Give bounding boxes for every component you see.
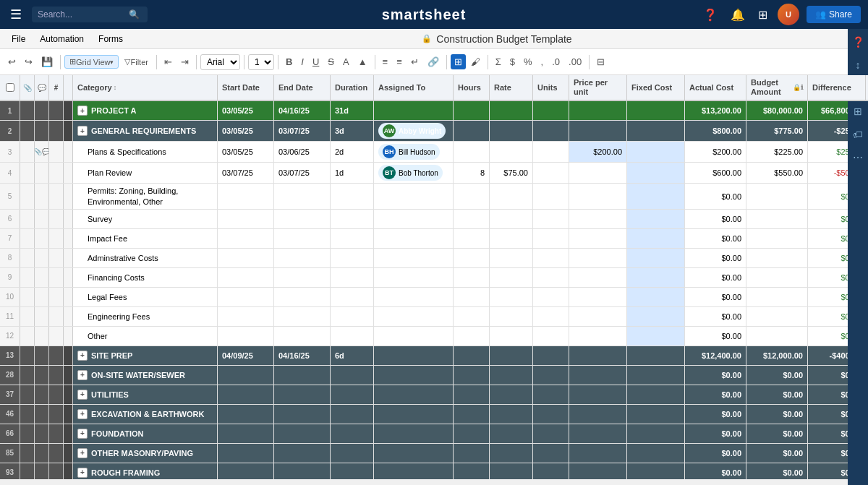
row-duration[interactable] (331, 184, 374, 209)
row-fixed[interactable] (627, 101, 685, 120)
row-actual[interactable]: $0.00 (685, 249, 746, 267)
row-end[interactable] (274, 268, 331, 287)
row-rate[interactable] (490, 210, 533, 228)
table-row[interactable]: 28 + ON-SITE WATER/SEWER $0.00 $0.00 $0.… (0, 366, 868, 385)
row-end[interactable]: 04/16/25 (274, 346, 331, 365)
row-budget[interactable]: $775.00 (746, 121, 808, 141)
row-assigned[interactable] (374, 268, 454, 287)
row-fixed[interactable] (627, 249, 685, 267)
row-duration[interactable]: 31d (331, 101, 374, 120)
sidebar-tag-icon[interactable]: 🏷 (850, 126, 866, 143)
row-units[interactable] (533, 385, 569, 404)
decimal-inc-btn[interactable]: .0 (548, 54, 563, 69)
row-actual[interactable]: $600.00 (685, 163, 746, 183)
row-actual[interactable]: $0.00 (685, 268, 746, 287)
row-budget[interactable]: $0.00 (746, 444, 808, 463)
strikethrough-btn[interactable]: S (324, 54, 338, 69)
save-icon[interactable]: 💾 (38, 54, 56, 69)
menu-forms[interactable]: Forms (93, 33, 129, 46)
row-category[interactable]: Plan Review (73, 163, 218, 183)
redo-icon[interactable]: ↪ (21, 54, 36, 69)
row-budget[interactable] (746, 307, 808, 326)
table-row[interactable]: 9 Financing Costs $0.00 $0.00 (0, 268, 868, 288)
row-category[interactable]: + GENERAL REQUIREMENTS (73, 121, 218, 141)
expand-icon[interactable]: + (77, 370, 88, 380)
row-hours[interactable] (454, 210, 490, 228)
row-start[interactable] (218, 405, 274, 424)
row-duration[interactable] (331, 463, 374, 479)
row-ppu[interactable] (569, 405, 627, 424)
row-end[interactable] (274, 405, 331, 424)
table-row[interactable]: 13 + SITE PREP 04/09/25 04/16/25 6d $12,… (0, 346, 868, 366)
row-start[interactable] (218, 463, 274, 479)
align-center-btn[interactable]: ≡ (393, 54, 406, 69)
row-duration[interactable] (331, 385, 374, 404)
row-ppu[interactable] (569, 249, 627, 267)
row-assigned[interactable] (374, 366, 454, 385)
row-hours[interactable] (454, 229, 490, 248)
comma-btn[interactable]: , (537, 54, 548, 69)
row-budget[interactable] (746, 288, 808, 306)
row-units[interactable] (533, 463, 569, 479)
row-rate[interactable] (490, 385, 533, 404)
row-duration[interactable] (331, 405, 374, 424)
row-units[interactable] (533, 327, 569, 345)
col-header-start[interactable]: Start Date (218, 75, 274, 100)
row-hours[interactable] (454, 405, 490, 424)
row-start[interactable] (218, 249, 274, 267)
text-color-btn[interactable]: A (339, 54, 353, 69)
row-rate[interactable]: $75.00 (490, 163, 533, 183)
row-rate[interactable] (490, 229, 533, 248)
row-actual[interactable]: $0.00 (685, 385, 746, 404)
col-header-fixed[interactable]: Fixed Cost (627, 75, 685, 100)
row-assigned[interactable] (374, 210, 454, 228)
row-assigned[interactable] (374, 385, 454, 404)
row-category[interactable]: + OTHER MASONRY/PAVING (73, 444, 218, 463)
row-actual[interactable]: $0.00 (685, 444, 746, 463)
col-header-budget[interactable]: Budget Amount 🔒 ℹ (746, 75, 808, 100)
row-start[interactable] (218, 210, 274, 228)
table-row[interactable]: 10 Legal Fees $0.00 $0.00 (0, 288, 868, 307)
row-start[interactable]: 03/05/25 (218, 121, 274, 141)
table-row[interactable]: 46 + EXCAVATION & EARTHWORK $0.00 $0.00 … (0, 405, 868, 424)
font-size-select[interactable]: 10 (248, 54, 274, 70)
row-category[interactable]: + FOUNDATION (73, 424, 218, 443)
row-ppu[interactable] (569, 288, 627, 306)
row-assigned[interactable] (374, 444, 454, 463)
row-units[interactable] (533, 268, 569, 287)
row-actual[interactable]: $0.00 (685, 210, 746, 228)
row-ppu[interactable] (569, 229, 627, 248)
row-end[interactable]: 03/07/25 (274, 121, 331, 141)
row-units[interactable] (533, 288, 569, 306)
hamburger-icon[interactable]: ☰ (7, 4, 25, 25)
row-assigned[interactable] (374, 249, 454, 267)
row-end[interactable] (274, 249, 331, 267)
row-ppu[interactable] (569, 210, 627, 228)
row-rate[interactable] (490, 268, 533, 287)
table-row[interactable]: 7 Impact Fee $0.00 $0.00 (0, 229, 868, 249)
row-rate[interactable] (490, 101, 533, 120)
row-ppu[interactable] (569, 268, 627, 287)
expand-icon[interactable]: + (77, 409, 88, 419)
row-actual[interactable]: $0.00 (685, 184, 746, 209)
paint-btn[interactable]: 🖌 (467, 54, 484, 69)
row-category[interactable]: + ON-SITE WATER/SEWER (73, 366, 218, 385)
row-rate[interactable] (490, 405, 533, 424)
indent-increase-btn[interactable]: ⇥ (177, 54, 192, 69)
row-start[interactable] (218, 229, 274, 248)
row-fixed[interactable] (627, 444, 685, 463)
row-units[interactable] (533, 184, 569, 209)
row-assigned[interactable] (374, 101, 454, 120)
table-row[interactable]: 1 + PROJECT A 03/05/25 04/16/25 31d $13,… (0, 101, 868, 121)
row-hours[interactable] (454, 142, 490, 162)
row-budget[interactable] (746, 229, 808, 248)
avatar[interactable]: U (778, 4, 799, 25)
row-duration[interactable] (331, 327, 374, 345)
row-category[interactable]: Permits: Zoning, Building, Environmental… (73, 184, 218, 209)
row-units[interactable] (533, 346, 569, 365)
row-end[interactable] (274, 444, 331, 463)
currency-btn[interactable]: $ (506, 54, 519, 69)
row-category[interactable]: Impact Fee (73, 229, 218, 248)
row-end[interactable] (274, 229, 331, 248)
row-hours[interactable] (454, 385, 490, 404)
